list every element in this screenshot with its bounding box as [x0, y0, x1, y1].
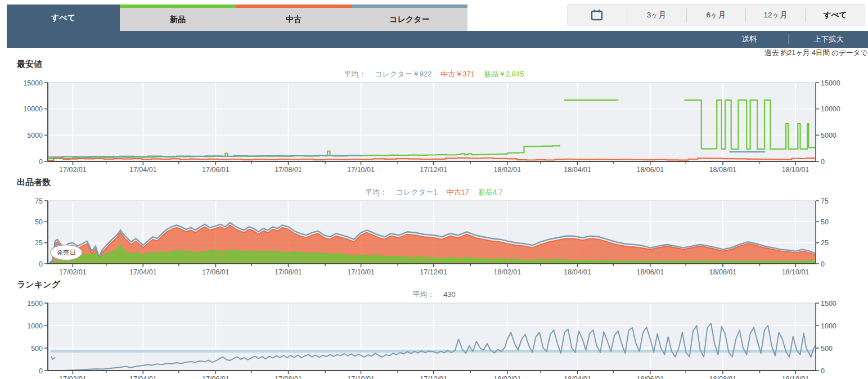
average-new: 新品4.7: [478, 188, 503, 196]
svg-text:18/02/01: 18/02/01: [494, 375, 521, 379]
tab-new-label: 新品: [170, 15, 186, 25]
tab-all[interactable]: すべて: [7, 4, 120, 31]
svg-text:15000: 15000: [23, 79, 43, 87]
svg-text:1500: 1500: [27, 300, 43, 308]
average-new: 新品￥2,845: [484, 70, 524, 78]
svg-text:0: 0: [821, 367, 825, 375]
svg-text:25: 25: [35, 239, 43, 247]
svg-text:17/02/01: 17/02/01: [59, 166, 87, 174]
svg-text:18/04/01: 18/04/01: [564, 166, 591, 174]
svg-text:18/02/01: 18/02/01: [494, 166, 521, 174]
svg-text:17/12/01: 17/12/01: [420, 166, 447, 174]
period-selector: 3ヶ月 6ヶ月 12ヶ月 すべて: [567, 4, 865, 26]
average-prefix: 平均：: [412, 290, 434, 299]
svg-text:0: 0: [39, 158, 43, 166]
average-prefix: 平均：: [344, 70, 366, 78]
tab-used[interactable]: 中古: [236, 4, 352, 31]
svg-text:0: 0: [39, 367, 43, 375]
svg-text:17/06/01: 17/06/01: [202, 166, 230, 174]
average-used: 中古17: [446, 188, 469, 196]
svg-text:5000: 5000: [821, 132, 836, 139]
svg-text:17/08/01: 17/08/01: [275, 166, 302, 174]
svg-text:75: 75: [821, 197, 829, 205]
svg-text:18/06/01: 18/06/01: [636, 268, 664, 276]
tab-all-label: すべて: [51, 13, 75, 23]
svg-text:18/10/01: 18/10/01: [782, 375, 809, 379]
tab-collector[interactable]: コレクター: [352, 4, 467, 31]
svg-text:75: 75: [35, 197, 43, 205]
average-ranking: 430: [443, 290, 456, 299]
svg-text:1500: 1500: [821, 300, 836, 308]
svg-text:15000: 15000: [821, 79, 840, 87]
chart-title-ranking: ランキング: [17, 279, 868, 289]
svg-text:1000: 1000: [821, 322, 836, 330]
svg-text:18/06/01: 18/06/01: [636, 166, 664, 174]
svg-text:18/08/01: 18/08/01: [709, 268, 737, 276]
svg-text:17/10/01: 17/10/01: [347, 166, 375, 174]
svg-text:17/04/01: 17/04/01: [129, 375, 157, 379]
app-header: すべて 新品 中古 コレクター 3ヶ月 6ヶ月: [0, 0, 868, 48]
data-range-note: 過去 約21ヶ月 4日間 のデータで: [0, 48, 868, 58]
svg-text:17/08/01: 17/08/01: [275, 268, 302, 276]
svg-text:5000: 5000: [27, 132, 43, 139]
shipping-toggle[interactable]: 送料: [710, 34, 789, 44]
average-collector: コレクター￥922: [375, 70, 431, 78]
svg-text:17/10/01: 17/10/01: [347, 268, 375, 276]
svg-text:18/08/01: 18/08/01: [709, 375, 737, 379]
average-collector: コレクター1: [396, 188, 437, 196]
ranking-chart[interactable]: 00500500100010001500150017/02/0117/04/01…: [0, 300, 868, 379]
svg-text:17/12/01: 17/12/01: [420, 268, 447, 276]
tab-used-label: 中古: [286, 15, 302, 25]
price-tracker-page: すべて 新品 中古 コレクター 3ヶ月 6ヶ月: [0, 0, 868, 379]
calendar-icon: [590, 8, 604, 22]
period-12-months[interactable]: 12ヶ月: [746, 4, 805, 26]
svg-text:18/02/01: 18/02/01: [494, 268, 521, 276]
average-row-ranking: 平均：430: [0, 289, 868, 300]
svg-text:17/08/01: 17/08/01: [275, 375, 302, 379]
svg-text:18/10/01: 18/10/01: [782, 166, 809, 174]
condition-tabs: すべて 新品 中古 コレクター: [7, 4, 467, 31]
svg-text:0: 0: [821, 260, 825, 268]
period-all[interactable]: すべて: [806, 4, 865, 26]
svg-text:17/10/01: 17/10/01: [347, 375, 375, 379]
seller-count-chart[interactable]: 0025255050757517/02/0117/04/0117/06/0117…: [0, 197, 868, 278]
svg-text:500: 500: [31, 345, 43, 353]
tab-new[interactable]: 新品: [120, 4, 236, 31]
svg-text:1000: 1000: [27, 322, 43, 330]
svg-text:17/12/01: 17/12/01: [420, 375, 447, 379]
svg-text:18/04/01: 18/04/01: [564, 375, 591, 379]
tab-collector-label: コレクター: [389, 15, 429, 25]
svg-text:17/04/01: 17/04/01: [129, 166, 157, 174]
svg-text:18/08/01: 18/08/01: [709, 166, 737, 174]
svg-text:18/04/01: 18/04/01: [564, 268, 591, 276]
svg-text:17/02/01: 17/02/01: [59, 268, 87, 276]
svg-text:18/10/01: 18/10/01: [782, 268, 809, 276]
svg-text:0: 0: [821, 158, 825, 166]
chart-title-lowest-price: 最安値: [17, 59, 868, 69]
svg-text:10000: 10000: [821, 105, 840, 113]
average-row-seller-count: 平均：コレクター1中古17新品4.7: [0, 187, 868, 197]
period-6-months[interactable]: 6ヶ月: [687, 4, 746, 26]
chart-toolbar: 送料 上下拡大: [7, 31, 868, 48]
svg-text:0: 0: [39, 260, 43, 268]
lowest-price-chart[interactable]: 00500050001000010000150001500017/02/0117…: [0, 79, 868, 176]
period-3-months[interactable]: 3ヶ月: [627, 4, 686, 26]
vertical-zoom-toggle[interactable]: 上下拡大: [789, 34, 868, 44]
svg-text:25: 25: [821, 239, 829, 247]
average-used: 中古￥371: [440, 70, 475, 78]
svg-text:17/02/01: 17/02/01: [59, 375, 87, 379]
average-row-lowest-price: 平均：コレクター￥922中古￥371新品￥2,845: [0, 69, 868, 79]
svg-text:17/06/01: 17/06/01: [202, 375, 230, 379]
calendar-button[interactable]: [568, 4, 627, 26]
svg-text:50: 50: [821, 218, 829, 226]
svg-text:17/06/01: 17/06/01: [202, 268, 230, 276]
average-prefix: 平均：: [365, 188, 387, 196]
chart-title-seller-count: 出品者数: [17, 177, 868, 187]
svg-text:10000: 10000: [23, 105, 43, 113]
svg-text:50: 50: [35, 218, 43, 226]
svg-text:17/04/01: 17/04/01: [129, 268, 157, 276]
svg-text:18/06/01: 18/06/01: [636, 375, 664, 379]
svg-text:発売日: 発売日: [56, 249, 76, 256]
svg-text:500: 500: [821, 345, 833, 353]
